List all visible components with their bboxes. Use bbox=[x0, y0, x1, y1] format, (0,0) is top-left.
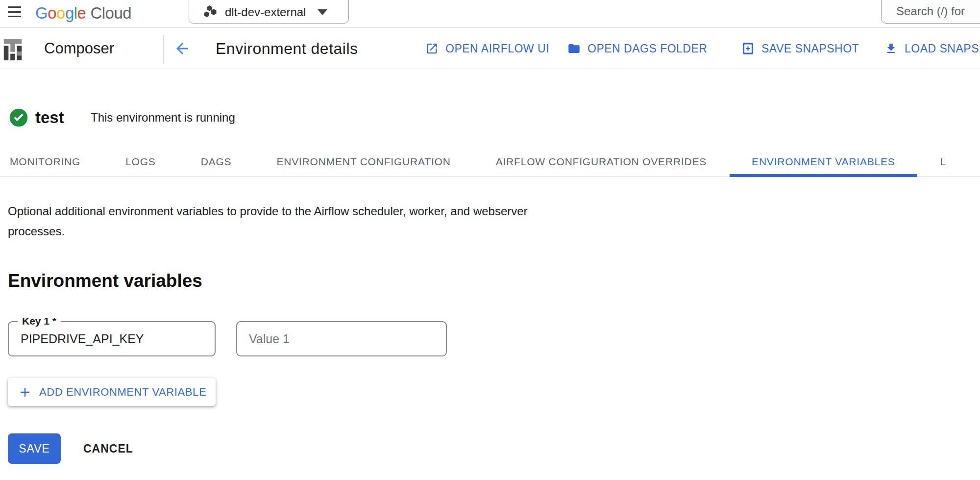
add-environment-variable-button[interactable]: ADD ENVIRONMENT VARIABLE bbox=[8, 378, 216, 406]
composer-logo-icon bbox=[1, 38, 24, 61]
google-logo-letter: G bbox=[35, 4, 48, 22]
google-logo-letter: o bbox=[48, 4, 56, 22]
project-hexagons-icon bbox=[204, 5, 217, 20]
key-field-container: Key 1 * bbox=[8, 321, 216, 356]
header-divider bbox=[163, 35, 164, 64]
environment-status-row: test This environment is running bbox=[0, 107, 980, 128]
action-save-snapshot-button[interactable]: SAVE SNAPSHOT bbox=[741, 42, 859, 55]
action-label: SAVE SNAPSHOT bbox=[761, 42, 859, 55]
google-logo-letter: l bbox=[74, 4, 77, 22]
page-title: Environment details bbox=[216, 40, 358, 58]
top-bar: Google Cloud dlt-dev-external Search (/)… bbox=[0, 0, 980, 28]
environment-name: test bbox=[35, 108, 64, 127]
google-logo: Google bbox=[35, 4, 86, 23]
section-title: Environment variables bbox=[8, 271, 202, 291]
note-add-icon bbox=[741, 42, 755, 55]
google-logo-letter: e bbox=[77, 4, 86, 22]
key-field-label: Key 1 * bbox=[18, 315, 61, 327]
action-label: OPEN DAGS FOLDER bbox=[588, 42, 707, 55]
project-name-label: dlt-dev-external bbox=[225, 5, 306, 19]
google-logo-letter: o bbox=[56, 4, 65, 22]
tab-description: Optional additional environment variable… bbox=[8, 201, 547, 241]
key-input[interactable] bbox=[9, 322, 215, 355]
cancel-button[interactable]: CANCEL bbox=[83, 433, 133, 464]
google-cloud-logo: Google Cloud bbox=[35, 3, 131, 23]
action-label: OPEN AIRFLOW UI bbox=[445, 42, 549, 55]
caret-down-icon bbox=[318, 9, 327, 15]
tab-environment-configuration[interactable]: ENVIRONMENT CONFIGURATION bbox=[276, 147, 450, 176]
value-input[interactable] bbox=[237, 322, 446, 355]
tab-logs[interactable]: LOGS bbox=[125, 147, 156, 176]
composer-header: Composer Environment details OPEN AIRFLO… bbox=[0, 28, 980, 69]
add-environment-variable-label: ADD ENVIRONMENT VARIABLE bbox=[39, 386, 206, 399]
tab-l[interactable]: L bbox=[940, 147, 946, 176]
google-logo-letter: g bbox=[65, 4, 74, 22]
google-cloud-logo-cloud-text: Cloud bbox=[90, 4, 131, 23]
tab-dags[interactable]: DAGS bbox=[201, 147, 232, 176]
arrow-back-icon[interactable] bbox=[173, 40, 191, 57]
save-button[interactable]: SAVE bbox=[8, 433, 61, 464]
project-selector[interactable]: dlt-dev-external bbox=[189, 0, 349, 24]
check-circle-icon bbox=[9, 108, 28, 127]
environment-status-message: This environment is running bbox=[91, 111, 235, 125]
menu-icon[interactable] bbox=[8, 5, 23, 18]
action-label: LOAD SNAPS bbox=[905, 42, 979, 55]
open-in-new-icon bbox=[425, 42, 439, 55]
tab-bar: MONITORINGLOGSDAGSENVIRONMENT CONFIGURAT… bbox=[0, 147, 980, 177]
action-load-snaps-button[interactable]: LOAD SNAPS bbox=[884, 42, 979, 55]
action-open-airflow-ui-button[interactable]: OPEN AIRFLOW UI bbox=[425, 42, 549, 55]
app-name: Composer bbox=[44, 40, 114, 57]
plus-icon bbox=[18, 385, 32, 400]
value-field-container bbox=[236, 321, 447, 356]
search-input[interactable]: Search (/) for bbox=[881, 0, 980, 24]
download-icon bbox=[884, 42, 898, 55]
tab-environment-variables[interactable]: ENVIRONMENT VARIABLES bbox=[752, 147, 895, 176]
action-open-dags-folder-button[interactable]: OPEN DAGS FOLDER bbox=[567, 42, 707, 55]
tab-monitoring[interactable]: MONITORING bbox=[10, 147, 80, 176]
tab-airflow-configuration-overrides[interactable]: AIRFLOW CONFIGURATION OVERRIDES bbox=[496, 147, 707, 176]
folder-icon bbox=[567, 42, 581, 55]
search-placeholder: Search (/) for bbox=[896, 4, 965, 18]
